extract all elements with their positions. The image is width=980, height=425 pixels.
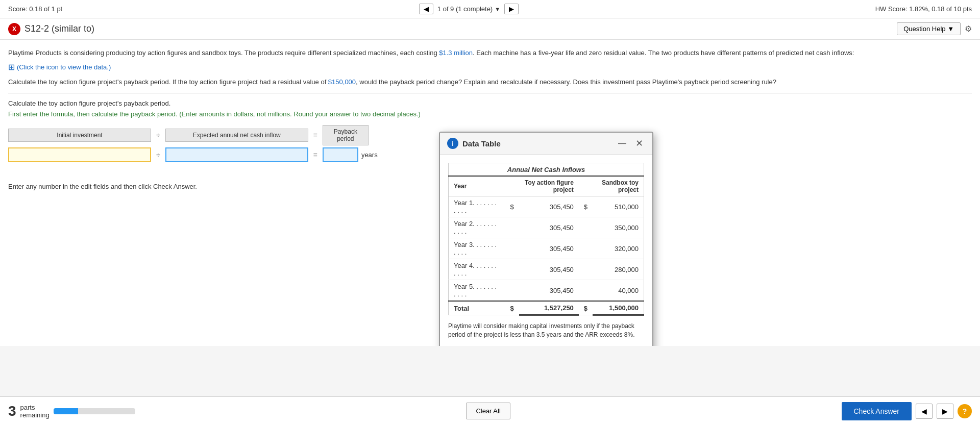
gear-icon[interactable]: ⚙	[965, 24, 972, 34]
col-initial-label: Initial investment	[8, 129, 151, 142]
dollar1-cell	[505, 238, 519, 259]
data-table: Annual Net Cash Inflows Year Toy action …	[448, 163, 644, 316]
val1-cell: 305,450	[519, 259, 579, 280]
total-dollar2-cell: $	[579, 301, 593, 315]
modal-minimize-button[interactable]: —	[616, 139, 628, 148]
divide-op: ÷	[151, 131, 165, 139]
title-bar: X S12-2 (similar to) Question Help ▼ ⚙	[0, 18, 980, 40]
instruction-text: Calculate the toy action figure project'…	[8, 99, 972, 107]
table-row: Year 3. . . . . . . . . . . 305,450 320,…	[449, 238, 644, 259]
table-row: Year 5. . . . . . . . . . . 305,450 40,0…	[449, 280, 644, 302]
val2-cell: 40,000	[593, 280, 644, 302]
title-left: X S12-2 (similar to)	[8, 23, 94, 35]
modal-note: Playtime will consider making capital in…	[448, 322, 644, 339]
year-cell: Year 3. . . . . . . . . . .	[449, 238, 505, 259]
score-label: Score: 0.18 of 1 pt	[8, 5, 62, 13]
dollar1-cell: $	[505, 196, 519, 217]
dollar1-cell	[505, 259, 519, 280]
dollar2-cell	[579, 280, 593, 302]
col-sandbox-header: Sandbox toy project	[579, 176, 644, 196]
modal-close-button[interactable]: ✕	[633, 138, 645, 149]
val1-cell: 305,450	[519, 238, 579, 259]
hw-score-label: HW Score: 1.82%, 0.18 of 10 pts	[875, 5, 972, 13]
dollar2-cell: $	[579, 196, 593, 217]
modal-header: i Data Table — ✕	[440, 133, 652, 155]
info-icon: i	[447, 138, 458, 149]
top-bar: Score: 0.18 of 1 pt ◀ 1 of 9 (1 complete…	[0, 0, 980, 18]
val2-cell: 320,000	[593, 238, 644, 259]
problem-text-2: Calculate the toy action figure project'…	[8, 77, 972, 87]
year-cell: Year 2. . . . . . . . . . .	[449, 217, 505, 238]
navigation-center: ◀ 1 of 9 (1 complete) ▼ ▶	[419, 4, 519, 14]
val1-cell: 305,450	[519, 280, 579, 302]
data-link[interactable]: ⊞ (Click the icon to view the data.)	[8, 62, 972, 72]
dollar2-cell	[579, 238, 593, 259]
year-cell: Year 1. . . . . . . . . . .	[449, 196, 505, 217]
divider	[8, 93, 972, 93]
col-payback-label: Payback period	[323, 125, 369, 145]
val2-cell: 350,000	[593, 217, 644, 238]
initial-investment-input[interactable]	[8, 147, 151, 162]
divide-symbol: ÷	[151, 151, 165, 159]
question-help-button[interactable]: Question Help ▼	[897, 22, 961, 35]
val1-cell: 305,450	[519, 196, 579, 217]
table-row: Year 1. . . . . . . . . . . $ 305,450 $ …	[449, 196, 644, 217]
modal-body: Annual Net Cash Inflows Year Toy action …	[440, 155, 652, 346]
page-title: S12-2 (similar to)	[24, 23, 94, 34]
grid-icon: ⊞	[8, 62, 15, 72]
total-val1-cell: 1,527,250	[519, 301, 579, 315]
val2-cell: 280,000	[593, 259, 644, 280]
col-year-header: Year	[449, 176, 505, 196]
title-icon: X	[8, 23, 20, 35]
dollar1-cell	[505, 217, 519, 238]
prev-button[interactable]: ◀	[419, 4, 433, 14]
dollar2-cell	[579, 259, 593, 280]
total-row: Total $ 1,527,250 $ 1,500,000	[449, 301, 644, 315]
dollar1-cell	[505, 280, 519, 302]
payback-period-input[interactable]	[323, 147, 358, 162]
title-right: Question Help ▼ ⚙	[897, 22, 972, 35]
years-label: years	[361, 151, 378, 159]
table-main-header: Annual Net Cash Inflows	[449, 163, 644, 177]
data-table-modal: i Data Table — ✕ Annual Net Cash Inflows…	[439, 132, 653, 346]
total-dollar1-cell: $	[505, 301, 519, 315]
total-label-cell: Total	[449, 301, 505, 315]
year-cell: Year 4. . . . . . . . . . .	[449, 259, 505, 280]
table-row: Year 4. . . . . . . . . . . 305,450 280,…	[449, 259, 644, 280]
modal-title: Data Table	[462, 139, 501, 148]
col-expected-label: Expected annual net cash inflow	[165, 129, 308, 142]
expected-cash-inflow-input[interactable]	[165, 147, 308, 162]
val2-cell: 510,000	[593, 196, 644, 217]
progress-dropdown-arrow: ▼	[495, 6, 500, 12]
dollar2-cell	[579, 217, 593, 238]
next-button[interactable]: ▶	[504, 4, 519, 14]
year-cell: Year 5. . . . . . . . . . .	[449, 280, 505, 302]
total-val2-cell: 1,500,000	[593, 301, 644, 315]
problem-text-1: Playtime Products is considering produci…	[8, 48, 972, 58]
col-toy-header: Toy action figure project	[505, 176, 578, 196]
modal-header-left: i Data Table	[447, 138, 501, 149]
table-row: Year 2. . . . . . . . . . . 305,450 350,…	[449, 217, 644, 238]
val1-cell: 305,450	[519, 217, 579, 238]
progress-label: 1 of 9 (1 complete) ▼	[437, 5, 500, 13]
equals-op: =	[308, 131, 323, 139]
modal-controls: — ✕	[616, 138, 645, 149]
equals-symbol: =	[308, 151, 323, 159]
main-content: Playtime Products is considering produci…	[0, 40, 980, 346]
sub-instruction-text: First enter the formula, then calculate …	[8, 110, 972, 118]
